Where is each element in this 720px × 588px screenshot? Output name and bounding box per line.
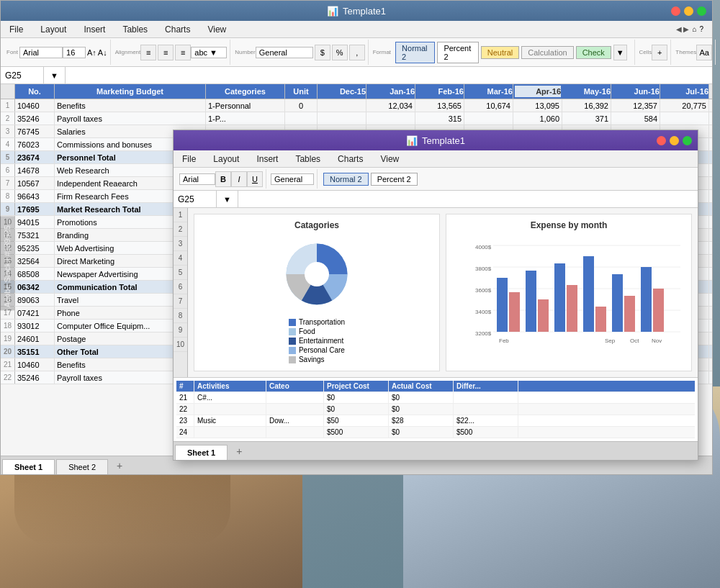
maximize-button[interactable]	[697, 6, 706, 16]
cell-feb16[interactable]: 315	[415, 112, 464, 125]
style-check[interactable]: Check	[576, 46, 611, 59]
bt-data-row[interactable]: 22$0$0	[176, 404, 695, 415]
second-add-sheet[interactable]: +	[230, 443, 248, 460]
menu-tables[interactable]: Tables	[114, 21, 156, 37]
cell-extra[interactable]: 24,766	[709, 358, 712, 371]
cell-apr16[interactable]: 13,095	[513, 99, 562, 112]
sheet-tab-2[interactable]: Sheet 2	[56, 459, 108, 474]
cell-dec15[interactable]	[318, 112, 366, 125]
second-font[interactable]	[179, 173, 215, 185]
formula-input[interactable]	[66, 71, 712, 81]
cell-extra[interactable]: 3,688	[709, 255, 712, 267]
second-maximize[interactable]	[683, 136, 692, 145]
second-bold[interactable]: B	[215, 171, 231, 187]
second-menu-file[interactable]: File	[174, 150, 204, 167]
cell-no[interactable]: 14678	[15, 164, 55, 176]
menu-charts[interactable]: Charts	[156, 21, 199, 37]
cell-extra[interactable]: 7,550	[709, 190, 712, 202]
cell-jul16[interactable]: 20,775	[660, 99, 709, 112]
cell-no[interactable]: 68508	[15, 268, 55, 280]
bt-data-row[interactable]: 24$500$0$500	[176, 427, 695, 438]
col-header-F[interactable]: Jan-16	[366, 84, 415, 99]
cell-no[interactable]: 93012	[15, 320, 55, 332]
second-italic[interactable]: I	[231, 171, 247, 187]
cell-extra[interactable]: 15,074	[709, 203, 712, 215]
cell-no[interactable]: 24601	[15, 333, 55, 345]
col-header-H[interactable]: Mar-16	[464, 84, 513, 99]
font-size-selector[interactable]	[63, 47, 86, 58]
col-header-B[interactable]: Marketing Budget	[55, 84, 206, 99]
cell-no[interactable]: 35151	[15, 345, 55, 358]
cell-no[interactable]: 07421	[15, 307, 55, 319]
second-menu-insert[interactable]: Insert	[248, 150, 287, 167]
theme-btn[interactable]: Aa	[696, 45, 712, 60]
align-right[interactable]: ≡	[175, 45, 191, 60]
cell-extra[interactable]: 346	[709, 333, 712, 345]
cell-jul16[interactable]	[660, 112, 709, 125]
align-center[interactable]: ≡	[158, 45, 174, 60]
cell-mar16[interactable]: 10,674	[464, 99, 513, 112]
cell-mar16[interactable]	[464, 112, 513, 125]
menu-insert[interactable]: Insert	[75, 21, 114, 37]
col-header-G[interactable]: Feb-16	[415, 84, 464, 99]
col-header-A[interactable]: No.	[15, 84, 55, 99]
cell-extra[interactable]: 45,780	[709, 242, 712, 254]
add-sheet-button[interactable]: +	[111, 457, 128, 474]
second-style-percent[interactable]: Percent 2	[371, 173, 418, 186]
cell-no[interactable]: 10460	[15, 99, 55, 112]
cell-feb16[interactable]: 13,565	[415, 99, 464, 112]
sheet-tab-1[interactable]: Sheet 1	[2, 459, 55, 474]
cell-category[interactable]: 1-Personnal	[206, 99, 285, 112]
cell-extra[interactable]: 109	[709, 307, 712, 319]
menu-view[interactable]: View	[199, 21, 235, 37]
cell-extra[interactable]: 133	[709, 125, 712, 137]
cell-no[interactable]: 76745	[15, 125, 55, 137]
style-calculation[interactable]: Calculation	[521, 46, 573, 59]
cell-extra[interactable]: 3,467	[709, 268, 712, 280]
second-menu-charts[interactable]: Charts	[329, 150, 372, 167]
cell-jan16[interactable]: 12,034	[366, 99, 415, 112]
cell-extra[interactable]: 1,703	[709, 345, 712, 358]
style-expand[interactable]: ▼	[613, 45, 627, 60]
cell-no[interactable]: 23674	[15, 151, 55, 163]
col-header-I[interactable]: Apr-16	[513, 84, 562, 99]
align-left[interactable]: ≡	[140, 45, 156, 60]
cell-name[interactable]: Payroll taxes	[55, 112, 206, 125]
cell-no[interactable]: 10460	[15, 358, 55, 371]
second-sheet-tab-1[interactable]: Sheet 1	[175, 445, 228, 460]
cell-no[interactable]: 17695	[15, 203, 55, 215]
cell-apr16[interactable]: 1,060	[513, 112, 562, 125]
cell-may16[interactable]: 371	[562, 112, 611, 125]
cell-extra[interactable]: 4,600	[709, 164, 712, 176]
second-close[interactable]	[657, 136, 666, 145]
insert-cells[interactable]: +	[652, 45, 667, 60]
second-formula-expand[interactable]: ▼	[217, 191, 238, 207]
second-menu-tables[interactable]: Tables	[287, 150, 329, 167]
col-header-J[interactable]: May-16	[562, 84, 611, 99]
style-normal[interactable]: Normal 2	[395, 42, 435, 63]
bt-data-row[interactable]: 21C#...$0$0	[176, 392, 695, 404]
second-formula-input[interactable]	[238, 194, 698, 204]
second-number-format[interactable]	[271, 173, 314, 185]
cell-no[interactable]: 75321	[15, 229, 55, 241]
font-shrink[interactable]: A↓	[98, 48, 107, 57]
col-header-K[interactable]: Jun-16	[611, 84, 660, 99]
minimize-button[interactable]	[684, 6, 693, 16]
style-neutral[interactable]: Neutral	[481, 46, 519, 59]
menu-file[interactable]: File	[1, 21, 32, 37]
cell-extra[interactable]: 3,674	[709, 177, 712, 189]
cell-extra[interactable]: 478	[709, 294, 712, 306]
formula-expand[interactable]: ▼	[44, 67, 66, 83]
cell-no[interactable]: 96643	[15, 190, 55, 202]
cell-extra[interactable]	[709, 229, 712, 241]
cell-no[interactable]: 35246	[15, 371, 55, 384]
percent-btn[interactable]: %	[332, 45, 348, 60]
second-menu-view[interactable]: View	[372, 150, 408, 167]
col-header-E[interactable]: Dec-15	[318, 84, 366, 99]
cell-no[interactable]: 95235	[15, 242, 55, 254]
currency-btn[interactable]: $	[315, 45, 330, 60]
col-header-L[interactable]: Jul-16	[660, 84, 709, 99]
cell-no[interactable]: 76023	[15, 138, 55, 150]
menu-layout[interactable]: Layout	[32, 21, 75, 37]
cell-unit[interactable]: 0	[285, 99, 318, 112]
